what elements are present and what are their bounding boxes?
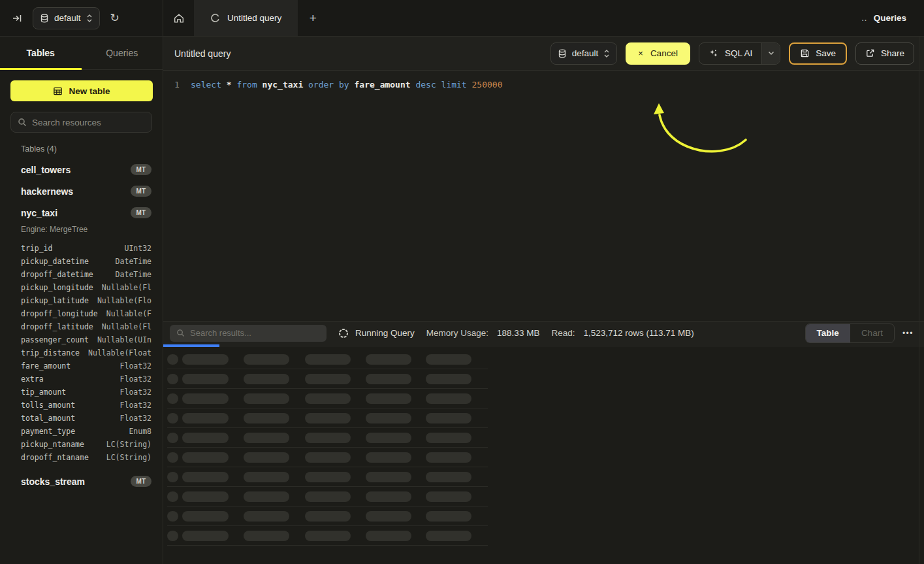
refresh-button[interactable]: ↻ bbox=[108, 8, 122, 27]
cancel-button[interactable]: × Cancel bbox=[626, 42, 690, 65]
column-row: dropoff_ntanameLC(String) bbox=[0, 451, 163, 464]
column-type: Nullable(Fl bbox=[102, 283, 151, 292]
column-row: pickup_datetimeDateTime bbox=[0, 255, 163, 268]
tables-section-header: Tables (4) bbox=[21, 144, 163, 154]
skeleton-cell bbox=[305, 452, 351, 463]
sql-ai-main[interactable]: SQL AI bbox=[699, 43, 761, 64]
sql-editor[interactable]: 1 select * from nyc_taxi order by fare_a… bbox=[163, 71, 924, 321]
column-name: pickup_latitude bbox=[21, 296, 89, 305]
column-row: trip_idUInt32 bbox=[0, 242, 163, 255]
column-type: Nullable(Flo bbox=[97, 296, 151, 305]
skeleton-cell bbox=[182, 452, 229, 463]
table-item-stocks_stream[interactable]: stocks_streamMT bbox=[0, 471, 163, 492]
column-row: extraFloat32 bbox=[0, 373, 163, 386]
skeleton-cell bbox=[426, 374, 471, 384]
column-row: dropoff_longitudeNullable(F bbox=[0, 307, 163, 320]
queries-link[interactable]: ‥ Queries bbox=[861, 0, 924, 36]
column-row: trip_distanceNullable(Float bbox=[0, 346, 163, 359]
column-name: pickup_datetime bbox=[21, 257, 89, 266]
skeleton-cell bbox=[182, 511, 229, 522]
sql-token: * bbox=[221, 80, 232, 90]
skeleton-cell bbox=[182, 433, 229, 443]
sparkles-icon bbox=[709, 48, 718, 58]
skeleton-row bbox=[167, 526, 488, 546]
line-number: 1 bbox=[174, 79, 183, 91]
column-row: tip_amountFloat32 bbox=[0, 386, 163, 399]
table-item-nyc_taxi[interactable]: nyc_taxiMT bbox=[0, 202, 163, 224]
table-item-hackernews[interactable]: hackernewsMT bbox=[0, 180, 163, 202]
read-value: 1,523,712 rows (113.71 MB) bbox=[583, 328, 693, 338]
sql-ai-label: SQL AI bbox=[725, 48, 752, 58]
database-selector-query[interactable]: default bbox=[550, 42, 618, 65]
column-type: LC(String) bbox=[106, 453, 151, 462]
sidebar: Tables Queries New table Tables (4) cell… bbox=[0, 37, 163, 564]
database-icon bbox=[558, 49, 567, 58]
refresh-icon: ↻ bbox=[110, 11, 119, 25]
sidebar-search[interactable] bbox=[10, 112, 152, 133]
new-tab-button[interactable]: + bbox=[298, 0, 328, 36]
skeleton-cell bbox=[167, 531, 178, 541]
skeleton-cell bbox=[426, 354, 471, 365]
home-icon bbox=[173, 12, 185, 24]
column-name: tip_amount bbox=[21, 388, 66, 397]
share-label: Share bbox=[881, 48, 904, 58]
save-button[interactable]: Save bbox=[789, 42, 847, 65]
column-type: Float32 bbox=[120, 374, 151, 384]
skeleton-cell bbox=[167, 511, 178, 522]
column-name: dropoff_latitude bbox=[21, 322, 93, 331]
engine-badge: MT bbox=[131, 186, 151, 197]
skeleton-cell bbox=[244, 374, 289, 384]
results-search-input[interactable] bbox=[190, 328, 320, 338]
sql-token: from bbox=[232, 80, 257, 90]
sql-code: select * from nyc_taxi order by fare_amo… bbox=[191, 79, 503, 91]
skeleton-cell bbox=[244, 511, 289, 522]
skeleton-cell bbox=[305, 374, 351, 384]
columns-list: trip_idUInt32pickup_datetimeDateTimedrop… bbox=[0, 242, 163, 464]
skeleton-row bbox=[167, 467, 488, 487]
skeleton-cell bbox=[244, 491, 289, 502]
new-table-button[interactable]: New table bbox=[10, 80, 153, 101]
search-icon bbox=[18, 118, 27, 127]
skeleton-cell bbox=[244, 413, 289, 423]
sidebar-tab-tables[interactable]: Tables bbox=[0, 37, 82, 69]
sql-ai-dropdown[interactable] bbox=[761, 43, 780, 64]
collapse-sidebar-button[interactable] bbox=[9, 10, 25, 26]
column-type: DateTime bbox=[116, 257, 151, 266]
chevron-updown-icon bbox=[86, 14, 93, 23]
view-toggle-chart[interactable]: Chart bbox=[850, 324, 894, 342]
column-name: trip_distance bbox=[21, 348, 80, 357]
home-button[interactable] bbox=[163, 0, 194, 36]
skeleton-cell bbox=[167, 413, 178, 423]
skeleton-cell bbox=[366, 531, 411, 541]
query-title: Untitled query bbox=[174, 48, 231, 59]
engine-badge: MT bbox=[131, 476, 151, 487]
column-name: extra bbox=[21, 374, 44, 384]
table-icon bbox=[53, 86, 63, 96]
sql-token: by bbox=[334, 80, 349, 90]
skeleton-row bbox=[167, 350, 488, 369]
skeleton-cell bbox=[426, 393, 471, 404]
skeleton-cell bbox=[426, 531, 471, 541]
database-selector-top[interactable]: default bbox=[33, 7, 100, 29]
skeleton-cell bbox=[182, 393, 229, 404]
skeleton-cell bbox=[305, 413, 351, 423]
skeleton-cell bbox=[305, 531, 351, 541]
sidebar-search-input[interactable] bbox=[32, 118, 148, 127]
column-name: pickup_ntaname bbox=[21, 440, 84, 449]
share-button[interactable]: Share bbox=[855, 42, 914, 65]
results-search[interactable] bbox=[170, 325, 327, 342]
sidebar-tab-queries[interactable]: Queries bbox=[82, 37, 163, 69]
view-toggle-table[interactable]: Table bbox=[806, 324, 850, 342]
skeleton-cell bbox=[426, 472, 471, 482]
tab-untitled-query[interactable]: Untitled query bbox=[194, 0, 298, 36]
collapse-sidebar-icon bbox=[12, 13, 22, 24]
skeleton-cell bbox=[426, 491, 471, 502]
table-item-cell_towers[interactable]: cell_towersMT bbox=[0, 159, 163, 180]
column-name: passenger_count bbox=[21, 335, 89, 344]
skeleton-cell bbox=[305, 472, 351, 482]
sql-token: fare_amount bbox=[349, 80, 411, 90]
column-row: fare_amountFloat32 bbox=[0, 359, 163, 373]
skeleton-cell bbox=[366, 491, 411, 502]
results-menu-button[interactable]: ••• bbox=[902, 329, 914, 338]
sql-ai-button[interactable]: SQL AI bbox=[699, 42, 780, 65]
